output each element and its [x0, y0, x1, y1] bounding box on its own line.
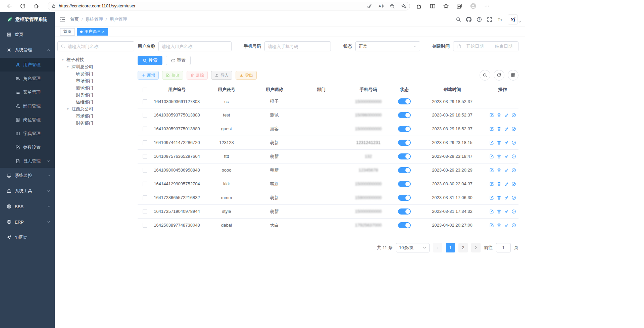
row-checkbox[interactable]	[143, 99, 147, 104]
export-button[interactable]: 导出	[236, 71, 257, 80]
status-toggle[interactable]	[398, 195, 411, 201]
delete-icon[interactable]	[497, 140, 501, 145]
toggle-search-button[interactable]	[480, 70, 490, 81]
delete-icon[interactable]	[497, 168, 501, 173]
assign-role-icon[interactable]	[511, 113, 516, 118]
user-avatar[interactable]: Yj	[508, 14, 518, 25]
edit-icon[interactable]	[489, 113, 494, 118]
row-checkbox[interactable]	[143, 168, 147, 173]
assign-role-icon[interactable]	[511, 195, 516, 200]
tree-node-leaf[interactable]: 财务部门	[57, 120, 134, 127]
assign-role-icon[interactable]	[511, 127, 516, 131]
assign-role-icon[interactable]	[511, 140, 516, 145]
sidebar-item-log-mgmt[interactable]: 日志管理	[0, 154, 55, 168]
goto-page-input[interactable]	[496, 243, 511, 252]
caret-down-icon[interactable]: ▾	[61, 57, 65, 62]
phone-input[interactable]	[268, 44, 328, 49]
status-toggle[interactable]	[398, 167, 411, 173]
edit-icon[interactable]	[489, 154, 494, 159]
status-toggle[interactable]	[398, 208, 411, 215]
copilot-bing-icon[interactable]	[497, 2, 505, 10]
import-button[interactable]: 导入	[211, 71, 232, 80]
username-input[interactable]	[162, 44, 228, 49]
row-checkbox[interactable]	[143, 127, 147, 131]
sidebar-item-home[interactable]: 首页	[0, 27, 55, 42]
close-tab-icon[interactable]: ×	[102, 30, 105, 34]
sidebar-collapse-button[interactable]	[59, 16, 65, 22]
refresh-table-button[interactable]	[494, 70, 504, 81]
delete-icon[interactable]	[497, 209, 501, 214]
delete-icon[interactable]	[497, 127, 501, 131]
date-range-picker[interactable]: 开始日期 - 结束日期	[453, 41, 518, 51]
row-checkbox[interactable]	[143, 182, 147, 186]
reset-password-icon[interactable]	[504, 209, 509, 214]
reset-password-icon[interactable]	[504, 182, 509, 186]
sidebar-item-erp[interactable]: ERP	[0, 214, 55, 230]
tree-node-leaf[interactable]: 市场部门	[57, 77, 134, 84]
sidebar-item-post-mgmt[interactable]: 岗位管理	[0, 113, 55, 127]
reset-password-icon[interactable]	[504, 127, 509, 131]
sidebar-item-system[interactable]: 系统管理	[0, 42, 55, 58]
status-select[interactable]: 正常	[355, 41, 420, 51]
extensions-icon[interactable]	[416, 3, 422, 9]
browser-home-button[interactable]	[32, 2, 40, 10]
next-page-button[interactable]	[471, 243, 481, 252]
collections-icon[interactable]	[456, 3, 462, 9]
assign-role-icon[interactable]	[511, 223, 516, 228]
status-toggle[interactable]	[398, 181, 411, 187]
search-button[interactable]: 搜索	[138, 56, 162, 65]
row-checkbox[interactable]	[143, 209, 147, 214]
sidebar-item-dept-mgmt[interactable]: 部门管理	[0, 99, 55, 113]
tree-node-branch[interactable]: ▾ 江西总公司	[57, 105, 134, 112]
read-aloud-icon[interactable]	[378, 3, 384, 9]
help-icon[interactable]	[477, 17, 482, 22]
tree-node-leaf[interactable]: 运维部门	[57, 98, 134, 105]
tree-node-root[interactable]: ▾ 橙子科技	[57, 56, 134, 63]
row-checkbox[interactable]	[143, 154, 147, 159]
tree-node-leaf[interactable]: 市场部门	[57, 112, 134, 120]
password-key-icon[interactable]	[367, 3, 372, 9]
add-favorite-icon[interactable]	[401, 3, 406, 9]
caret-down-icon[interactable]: ▾	[66, 107, 70, 111]
tree-node-branch[interactable]: ▾ 深圳总公司	[57, 63, 134, 70]
edit-icon[interactable]	[489, 168, 494, 173]
tree-node-leaf[interactable]: 研发部门	[57, 70, 134, 77]
sidebar-item-param-settings[interactable]: 参数设置	[0, 140, 55, 154]
status-toggle[interactable]	[398, 140, 411, 146]
fullscreen-icon[interactable]	[487, 17, 492, 22]
browser-menu-icon[interactable]	[484, 3, 490, 9]
breadcrumb-system[interactable]: 系统管理	[86, 16, 103, 22]
profile-avatar-icon[interactable]	[470, 3, 477, 9]
status-toggle[interactable]	[398, 112, 411, 118]
tree-node-leaf[interactable]: 测试部门	[57, 84, 134, 91]
sidebar-item-dict-mgmt[interactable]: 字典管理	[0, 127, 55, 140]
tab-user-mgmt[interactable]: 用户管理 ×	[77, 28, 108, 36]
refresh-button[interactable]	[19, 2, 27, 10]
delete-icon[interactable]	[497, 223, 501, 228]
sidebar-item-yi-framework[interactable]: Yi框架	[0, 230, 55, 245]
delete-button[interactable]: 删除	[187, 71, 208, 80]
reset-password-icon[interactable]	[504, 140, 509, 145]
reset-password-icon[interactable]	[504, 113, 509, 118]
delete-icon[interactable]	[497, 113, 501, 118]
reset-password-icon[interactable]	[504, 168, 509, 173]
page-button-1[interactable]: 1	[446, 243, 455, 252]
zoom-out-icon[interactable]	[390, 3, 395, 9]
sidebar-item-role-mgmt[interactable]: 角色管理	[0, 72, 55, 85]
back-button[interactable]	[5, 2, 13, 10]
favorites-icon[interactable]	[443, 3, 449, 9]
github-icon[interactable]	[466, 17, 472, 22]
sidebar-item-bbs[interactable]: BBS	[0, 199, 55, 214]
avatar-logo[interactable]: Yj	[508, 14, 518, 25]
sidebar-item-monitor[interactable]: 系统监控	[0, 168, 55, 183]
edit-icon[interactable]	[489, 223, 494, 228]
assign-role-icon[interactable]	[511, 209, 516, 214]
reset-password-icon[interactable]	[504, 154, 509, 159]
row-checkbox[interactable]	[143, 195, 147, 200]
reset-password-icon[interactable]	[504, 195, 509, 200]
breadcrumb-home[interactable]: 首页	[70, 16, 79, 22]
add-button[interactable]: 新增	[138, 71, 159, 80]
tree-node-leaf[interactable]: 财务部门	[57, 91, 134, 98]
sidebar-item-menu-mgmt[interactable]: 菜单管理	[0, 85, 55, 99]
status-toggle[interactable]	[398, 126, 411, 132]
